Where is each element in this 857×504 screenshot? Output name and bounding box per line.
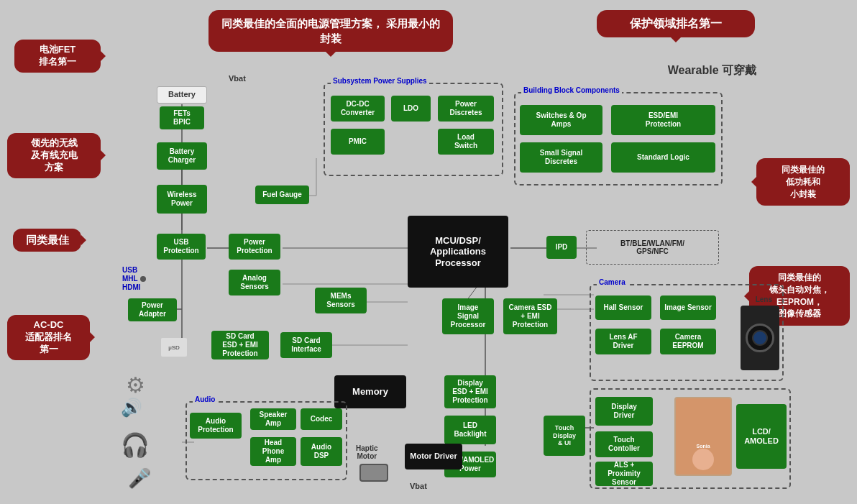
touch-controller-block: TouchContoller bbox=[595, 431, 653, 457]
audio-protection-block: AudioProtection bbox=[190, 413, 242, 439]
subsystem-label: Subsystem Power Supplies bbox=[331, 77, 429, 85]
speaker-icon: 🔊 bbox=[121, 398, 142, 418]
headphone-icon: 🎧 bbox=[121, 431, 150, 459]
pmic-block: PMIC bbox=[331, 129, 385, 155]
building-block-box: Building Block Components Switches & OpA… bbox=[514, 92, 723, 185]
codec-block: Codec bbox=[301, 408, 342, 430]
usb-labels: USBMHLHDMI bbox=[122, 266, 141, 292]
power-adapter-block: PowerAdapter bbox=[128, 298, 177, 321]
microphone-icon: 🎤 bbox=[128, 467, 151, 490]
diagram-container: 同类最佳的全面的电源管理方案， 采用最小的封装 保护领域排名第一 Wearabl… bbox=[0, 0, 857, 504]
haptic-motor-icon bbox=[359, 464, 388, 482]
wearable-label: Wearable 可穿戴 bbox=[668, 63, 756, 78]
callout-best-class: 同类最佳 bbox=[13, 229, 81, 252]
mems-block: MEMsSensors bbox=[315, 288, 367, 313]
vbat-bottom-label: Vbat bbox=[410, 482, 427, 490]
sdcard-interface-block: SD CardInterface bbox=[280, 332, 332, 358]
battery-block: Battery bbox=[157, 86, 207, 104]
ipd-block: IPD bbox=[546, 236, 577, 259]
camera-box: Camera Hall Sensor Image Sensor Lens Len… bbox=[590, 284, 784, 381]
hall-sensor-block: Hall Sensor bbox=[595, 295, 651, 320]
analog-sensors-block: AnalogSensors bbox=[229, 270, 280, 295]
subsystem-box: Subsystem Power Supplies DC-DCConverter … bbox=[324, 83, 503, 176]
vbat-top-label: Vbat bbox=[229, 74, 246, 83]
esd-emi-block: ESD/EMIProtection bbox=[611, 105, 715, 135]
touch-display-label-block: TouchDisplay& UI bbox=[544, 416, 585, 456]
image-sensor-block: Image Sensor bbox=[660, 295, 716, 320]
touch-display-box: DisplayDriver TouchContoller ALS +Proxim… bbox=[590, 388, 791, 489]
callout-acdc: AC-DC适配器排名第一 bbox=[7, 315, 90, 360]
audio-label: Audio bbox=[193, 395, 217, 403]
headphone-amp-block: HeadPhoneAmp bbox=[250, 437, 296, 466]
audio-box: Audio AudioProtection SpeakerAmp Codec H… bbox=[185, 401, 347, 480]
load-switch-block: LoadSwitch bbox=[438, 129, 494, 155]
callout-battery-fet: 电池FET排名第一 bbox=[14, 40, 101, 73]
building-block-label: Building Block Components bbox=[521, 86, 622, 94]
motor-driver-block: Motor Driver bbox=[405, 444, 462, 469]
camera-box-label: Camera bbox=[597, 278, 628, 286]
camera-eeprom-block: CameraEEPROM bbox=[660, 329, 716, 354]
standard-logic-block: Standard Logic bbox=[611, 142, 715, 173]
led-backlight-block: LEDBacklight bbox=[444, 416, 496, 444]
bt-ble-box: BT/BLE/WLAN/FM/GPS/NFC bbox=[586, 230, 719, 265]
camera-visual bbox=[741, 306, 779, 370]
fuel-gauge-block: Fuel Gauge bbox=[255, 185, 309, 204]
gear-icon: ⚙ bbox=[126, 372, 145, 398]
display-esd-block: DisplayESD + EMIProtection bbox=[444, 375, 496, 408]
power-discretes-block: PowerDiscretes bbox=[438, 96, 494, 122]
audio-dsp-block: Audio DSP bbox=[301, 437, 342, 466]
haptic-motor-label: HapticMotor bbox=[356, 444, 378, 460]
connector-dot bbox=[140, 276, 146, 282]
callout-low-power: 同类最佳的低功耗和小封装 bbox=[756, 158, 850, 206]
mcu-block: MCU/DSP/ApplicationsProcessor bbox=[408, 216, 508, 288]
microsd-icon: μSD bbox=[161, 338, 187, 357]
phone-screen: Sonia bbox=[674, 397, 732, 476]
top-right-callout: 保护领域排名第一 bbox=[597, 10, 755, 37]
lens-label-text: Lens bbox=[756, 295, 772, 303]
ldo-block: LDO bbox=[391, 96, 431, 122]
callout-wireless-charging: 领先的无线及有线充电方案 bbox=[7, 133, 101, 178]
wireless-power-block: WirelessPower bbox=[157, 185, 207, 214]
sdcard-esd-block: SD CardESD + EMIProtection bbox=[211, 331, 269, 359]
speaker-amp-block: SpeakerAmp bbox=[250, 408, 296, 430]
top-center-callout: 同类最佳的全面的电源管理方案， 采用最小的封装 bbox=[208, 10, 453, 52]
lcd-amoled-right-block: LCD/AMOLED bbox=[736, 404, 787, 469]
fets-bpic-block: FETsBPIC bbox=[160, 106, 204, 129]
lens-af-block: Lens AFDriver bbox=[595, 329, 651, 354]
small-signal-block: Small SignalDiscretes bbox=[520, 142, 602, 173]
camera-esd-block: Camera ESD+ EMIProtection bbox=[503, 298, 557, 334]
image-signal-block: ImageSignalProcessor bbox=[442, 298, 494, 334]
battery-charger-block: BatteryCharger bbox=[157, 142, 207, 170]
als-proximity-block: ALS +ProximitySensor bbox=[595, 462, 653, 486]
power-protection-block: PowerProtection bbox=[229, 234, 280, 260]
display-driver-block: DisplayDriver bbox=[595, 397, 653, 426]
dcdc-block: DC-DCConverter bbox=[331, 96, 385, 122]
switches-op-block: Switches & OpAmps bbox=[520, 105, 602, 135]
usb-protection-block: USBProtection bbox=[157, 234, 206, 260]
